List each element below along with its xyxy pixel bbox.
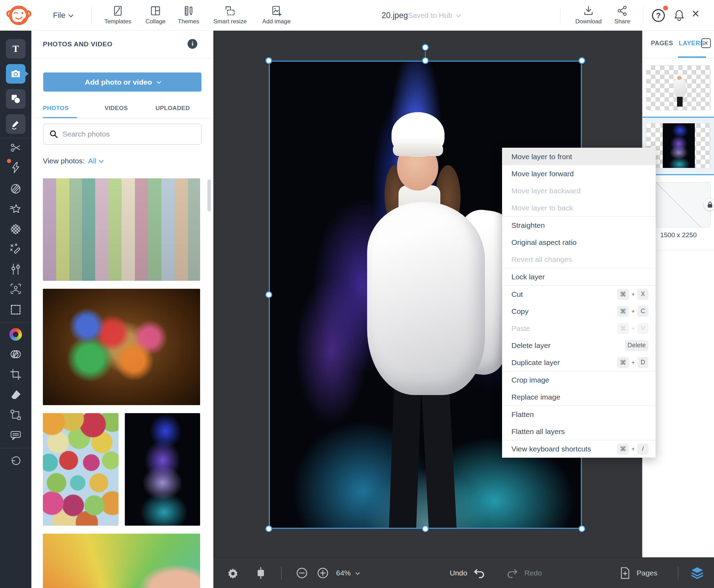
- zoom-level-dropdown[interactable]: 64%: [336, 558, 359, 588]
- add-photo-or-video-button[interactable]: Add photo or video: [43, 72, 202, 92]
- resize-handle-top-center[interactable]: [422, 57, 429, 64]
- menu-item-duplicate-layer[interactable]: Duplicate layer ⌘+D: [502, 354, 655, 371]
- download-label: Download: [575, 18, 602, 25]
- add-image-button[interactable]: Add image: [257, 3, 296, 28]
- view-photos-filter[interactable]: All: [88, 157, 102, 165]
- menu-item-move-layer-to-front[interactable]: Move layer to front: [502, 148, 655, 165]
- zoom-out-button[interactable]: [295, 558, 309, 588]
- tab-layers[interactable]: LAYERS: [679, 40, 705, 47]
- graphics-tool-button[interactable]: [6, 89, 25, 109]
- lock-icon[interactable]: [704, 199, 714, 210]
- layer-thumbnail-woman[interactable]: [646, 65, 711, 110]
- draw-tool-button[interactable]: [6, 114, 25, 134]
- search-input[interactable]: [62, 130, 196, 138]
- portrait-tool[interactable]: [9, 283, 22, 295]
- menu-item-lock-layer[interactable]: Lock layer: [502, 268, 655, 285]
- redo-button[interactable]: Redo: [506, 558, 542, 588]
- templates-button[interactable]: Templates: [102, 3, 134, 28]
- menu-item-view-keyboard-shortcuts[interactable]: View keyboard shortcuts ⌘+/: [502, 440, 655, 457]
- tab-pages[interactable]: PAGES: [651, 40, 673, 47]
- undo-button[interactable]: Undo: [450, 558, 486, 588]
- pages-button[interactable]: Pages: [618, 558, 658, 588]
- frame-tool[interactable]: [9, 303, 22, 316]
- chevron-down-icon: [157, 79, 161, 84]
- close-editor-button[interactable]: ×: [692, 6, 699, 21]
- transform-icon: [9, 409, 22, 421]
- menu-item-replace-image[interactable]: Replace image: [502, 388, 655, 405]
- menu-item-cut[interactable]: Cut ⌘+X: [502, 286, 655, 303]
- smart-resize-icon: [224, 5, 236, 18]
- saved-status-label: Saved to Hub: [408, 11, 452, 20]
- history-tool[interactable]: [9, 455, 22, 467]
- canvas-settings-button[interactable]: [227, 558, 239, 588]
- menu-item-move-layer-forward[interactable]: Move layer forward: [502, 165, 655, 182]
- smart-resize-button[interactable]: Smart resize: [207, 3, 253, 28]
- sparkle-tool[interactable]: [9, 203, 22, 216]
- collage-button[interactable]: Collage: [140, 3, 171, 28]
- tab-videos[interactable]: VIDEOS: [105, 105, 128, 112]
- tab-photos[interactable]: PHOTOS: [43, 105, 69, 112]
- sliders-icon: [9, 263, 22, 276]
- photo-thumbnail-color-swatches[interactable]: [43, 534, 200, 588]
- fit-to-screen-button[interactable]: [255, 558, 267, 588]
- themes-button[interactable]: Themes: [174, 3, 204, 28]
- photo-thumbnail-smoke[interactable]: [125, 413, 200, 526]
- crosshatch-tool[interactable]: [9, 223, 22, 235]
- blend-tool[interactable]: [9, 348, 22, 361]
- menu-item-delete-layer[interactable]: Delete layer Delete: [502, 337, 655, 354]
- color-tool[interactable]: [9, 328, 22, 341]
- crop-tool[interactable]: [9, 368, 22, 381]
- keycap: D: [637, 357, 648, 368]
- adjustments-tool[interactable]: [9, 263, 22, 276]
- document-title[interactable]: 20.jpeg: [349, 0, 408, 31]
- resize-handle-top-right[interactable]: [578, 57, 585, 64]
- share-button[interactable]: Share: [609, 3, 635, 28]
- menu-item-paste[interactable]: Paste ⌘+V: [502, 320, 655, 337]
- help-button[interactable]: ?: [652, 9, 665, 22]
- resize-handle-bottom-right[interactable]: [578, 525, 585, 532]
- panel-scrollbar[interactable]: [207, 179, 211, 211]
- close-panel-button[interactable]: ×: [701, 38, 711, 48]
- chevron-down-icon: [456, 13, 461, 17]
- menu-item-flatten-all-layers[interactable]: Flatten all layers: [502, 423, 655, 440]
- menu-item-revert-all-changes[interactable]: Revert all changes: [502, 251, 655, 268]
- eraser-tool[interactable]: [9, 389, 22, 401]
- photo-thumbnail-umbrellas[interactable]: [43, 413, 119, 526]
- photo-thumbnail-painted-planks[interactable]: [43, 178, 200, 281]
- photo-thumbnail-plastic-toys[interactable]: [43, 289, 200, 405]
- resize-handle-bottom-center[interactable]: [422, 525, 429, 532]
- menu-item-flatten[interactable]: Flatten: [502, 406, 655, 423]
- tab-uploaded[interactable]: UPLOADED: [155, 105, 190, 112]
- download-button[interactable]: Download: [569, 3, 608, 28]
- bell-icon[interactable]: [672, 8, 686, 24]
- effects-tool[interactable]: [9, 161, 22, 174]
- info-icon[interactable]: i: [188, 39, 197, 49]
- pages-label: Pages: [637, 569, 658, 577]
- add-page-icon: [618, 566, 632, 580]
- menu-item-crop-image[interactable]: Crop image: [502, 371, 655, 388]
- photos-tool-button[interactable]: [6, 64, 25, 84]
- gear-icon: [227, 567, 239, 579]
- rotation-handle[interactable]: [422, 44, 429, 51]
- menu-item-original-aspect-ratio[interactable]: Original aspect ratio: [502, 234, 655, 251]
- resize-handle-bottom-left[interactable]: [265, 525, 272, 532]
- file-menu[interactable]: File: [53, 0, 72, 31]
- zoom-in-button[interactable]: [316, 558, 330, 588]
- menu-item-copy[interactable]: Copy ⌘+C: [502, 303, 655, 320]
- textures-tool[interactable]: [9, 183, 22, 195]
- menu-item-move-layer-to-back[interactable]: Move layer to back: [502, 199, 655, 216]
- photos-panel: PHOTOS AND VIDEO i Add photo or video PH…: [31, 31, 213, 588]
- scissors-tool[interactable]: [9, 141, 22, 154]
- layers-toggle-button[interactable]: [690, 558, 705, 588]
- text-tool-button[interactable]: T: [6, 39, 25, 59]
- resize-handle-top-left[interactable]: [265, 57, 272, 64]
- transform-tool[interactable]: [9, 409, 22, 421]
- menu-item-move-layer-backward[interactable]: Move layer backward: [502, 182, 655, 199]
- menu-item-straighten[interactable]: Straighten: [502, 217, 655, 234]
- comments-tool[interactable]: [9, 429, 22, 442]
- blend-icon: [9, 348, 22, 361]
- magic-wand-tool[interactable]: [9, 243, 22, 256]
- resize-handle-mid-left[interactable]: [265, 291, 272, 298]
- monkey-logo[interactable]: [6, 3, 31, 28]
- saved-status[interactable]: Saved to Hub: [408, 0, 460, 31]
